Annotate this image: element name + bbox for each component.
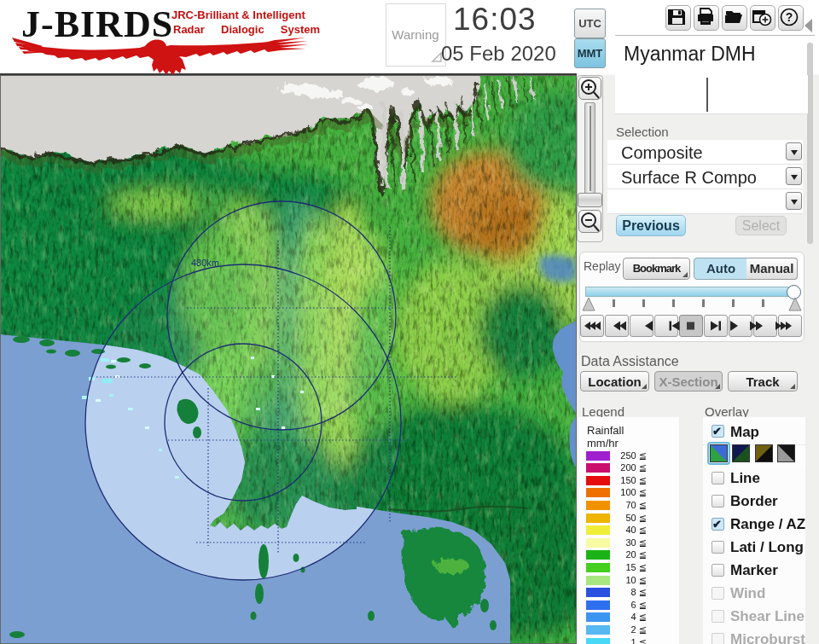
svg-text:480km: 480km — [191, 258, 219, 268]
svg-text:?: ? — [786, 10, 793, 24]
